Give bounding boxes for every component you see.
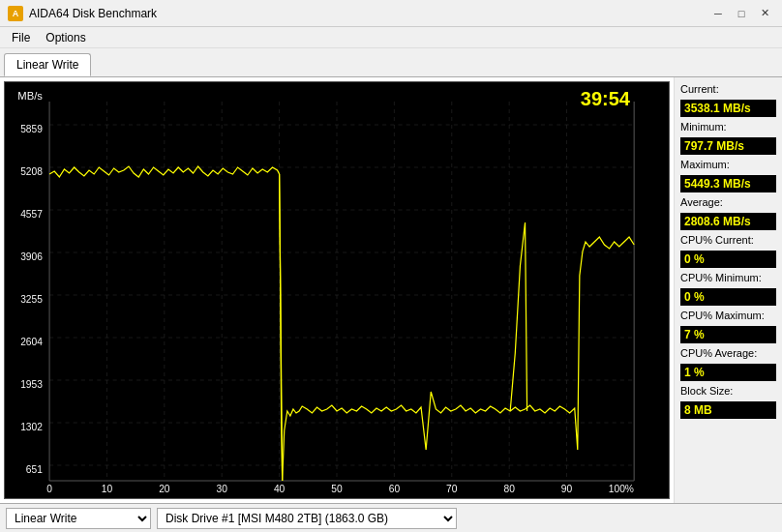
titlebar-controls: ─ □ ✕ — [708, 5, 774, 22]
controls-row1: Linear Write Linear Read Random Write Ra… — [0, 504, 782, 532]
cpu-average-value: 1 % — [680, 364, 776, 381]
svg-text:5859: 5859 — [20, 124, 43, 134]
cpu-minimum-value: 0 % — [680, 288, 776, 306]
chart-timer: 39:54 — [581, 88, 630, 110]
current-label: Current: — [680, 83, 776, 95]
stats-panel: Current: 3538.1 MB/s Minimum: 797.7 MB/s… — [674, 77, 782, 503]
drive-select[interactable]: Disk Drive #1 [MSI M480 2TB] (1863.0 GB) — [157, 508, 457, 529]
main-content: 39:54 MB/s 5859 5208 4557 3906 3255 2604… — [0, 77, 782, 503]
svg-text:1953: 1953 — [20, 379, 43, 390]
chart-svg: MB/s 5859 5208 4557 3906 3255 2604 1953 … — [5, 82, 669, 498]
svg-text:20: 20 — [159, 484, 170, 494]
svg-text:80: 80 — [503, 484, 515, 494]
svg-text:60: 60 — [389, 484, 401, 494]
blocksize-value: 8 MB — [680, 401, 776, 419]
maximum-label: Maximum: — [680, 159, 776, 170]
svg-text:4557: 4557 — [20, 209, 43, 220]
minimum-label: Minimum: — [680, 121, 776, 133]
svg-text:2604: 2604 — [20, 337, 43, 347]
cpu-current-value: 0 % — [680, 251, 776, 268]
svg-text:0: 0 — [46, 484, 52, 494]
current-value: 3538.1 MB/s — [680, 100, 776, 117]
cpu-minimum-label: CPU% Minimum: — [680, 272, 776, 283]
svg-text:3255: 3255 — [20, 294, 43, 305]
svg-text:100%: 100% — [609, 484, 634, 494]
menu-options[interactable]: Options — [38, 29, 93, 46]
cpu-maximum-value: 7 % — [680, 326, 776, 343]
cpu-current-label: CPU% Current: — [680, 234, 776, 246]
maximum-value: 5449.3 MB/s — [680, 175, 776, 192]
svg-text:3906: 3906 — [20, 251, 43, 262]
chart-container: 39:54 MB/s 5859 5208 4557 3906 3255 2604… — [4, 81, 670, 499]
svg-text:50: 50 — [331, 484, 343, 494]
svg-text:70: 70 — [446, 484, 458, 494]
menubar: File Options — [0, 27, 782, 48]
blocksize-label: Block Size: — [680, 385, 776, 397]
menu-file[interactable]: File — [4, 29, 38, 46]
titlebar: A AIDA64 Disk Benchmark ─ □ ✕ — [0, 0, 782, 27]
app-icon: A — [8, 6, 23, 21]
average-label: Average: — [680, 196, 776, 208]
tab-linear-write[interactable]: Linear Write — [4, 53, 91, 76]
cpu-average-label: CPU% Average: — [680, 347, 776, 359]
titlebar-title: AIDA64 Disk Benchmark — [29, 7, 157, 20]
test-select[interactable]: Linear Write Linear Read Random Write Ra… — [6, 508, 151, 529]
svg-text:MB/s: MB/s — [17, 90, 43, 102]
controls-area: Linear Write Linear Read Random Write Ra… — [0, 503, 782, 532]
svg-text:5208: 5208 — [20, 166, 43, 177]
close-button[interactable]: ✕ — [755, 5, 774, 22]
svg-text:1302: 1302 — [20, 422, 43, 432]
svg-text:30: 30 — [217, 484, 228, 494]
svg-text:10: 10 — [102, 484, 113, 494]
svg-text:651: 651 — [26, 464, 43, 475]
titlebar-left: A AIDA64 Disk Benchmark — [8, 6, 157, 21]
cpu-maximum-label: CPU% Maximum: — [680, 310, 776, 321]
minimize-button[interactable]: ─ — [708, 5, 728, 22]
maximize-button[interactable]: □ — [732, 5, 751, 22]
tabbar: Linear Write — [0, 48, 782, 77]
svg-text:90: 90 — [561, 484, 573, 494]
average-value: 2808.6 MB/s — [680, 213, 776, 230]
svg-text:40: 40 — [274, 484, 286, 494]
minimum-value: 797.7 MB/s — [680, 137, 776, 155]
